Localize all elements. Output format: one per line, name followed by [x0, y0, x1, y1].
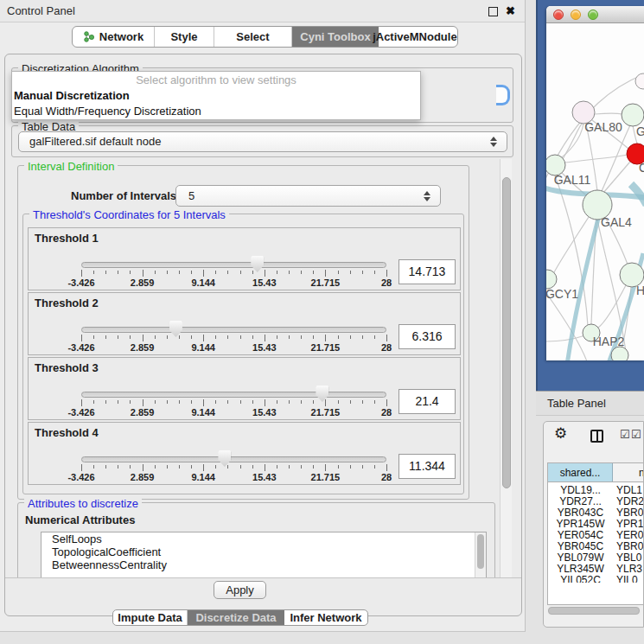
dropdown-prompt: Select algorithm to view settings [12, 72, 420, 88]
dropdown-option-equal-width-frequency[interactable]: Equal Width/Frequency Discretization [12, 104, 420, 119]
scrollbar-thumb[interactable] [477, 534, 484, 569]
threshold-label: Threshold 1 [35, 232, 99, 245]
slider-scale-label: -3.426 [67, 472, 94, 482]
cell-name[interactable]: YBR0 [613, 507, 644, 519]
threshold-slider-track[interactable] [81, 456, 386, 462]
slider-scale-label: 21.715 [311, 472, 341, 482]
threshold-panel: Threshold 4 -3.4262.8599.14415.4321.7152… [28, 422, 461, 485]
threshold-value-field[interactable]: 21.4 [399, 389, 456, 414]
network-canvas[interactable]: GAL80GACGAL11GAL4GCY1HHAP2 [546, 23, 644, 360]
network-node-label: GAL4 [601, 215, 632, 229]
zoom-traffic-light-icon[interactable] [588, 10, 598, 20]
attribute-item[interactable]: TopologicalCoefficient [41, 545, 486, 558]
threshold-panel: Threshold 1 -3.4262.8599.14415.4321.7152… [28, 227, 461, 290]
scrollbar-thumb[interactable] [548, 607, 640, 615]
slider-scale-label: 28 [381, 472, 392, 482]
network-node-label: GAL80 [584, 120, 622, 134]
attributes-list-scrollbar[interactable] [475, 532, 486, 577]
tab-jactivemnodules[interactable]: jActiveMNodules [379, 27, 457, 47]
slider-scale-label: 9.144 [191, 472, 215, 482]
table-horizontal-scrollbar[interactable] [547, 605, 641, 615]
settings-vertical-scrollbar[interactable] [500, 159, 512, 577]
network-node[interactable] [546, 270, 557, 289]
tab-label: Select [236, 30, 269, 43]
combobox-arrows-icon [490, 137, 497, 147]
table-data-combobox[interactable]: galFiltered.sif default node [18, 131, 507, 152]
threshold-label: Threshold 2 [35, 296, 99, 309]
control-panel-window: Control Panel ✖ Network Style [0, 0, 526, 632]
tab-style[interactable]: Style [155, 27, 214, 47]
settings-scroll-viewport: Interval Definition Number of Intervals … [11, 159, 512, 577]
network-window-titlebar[interactable] [546, 6, 644, 23]
algorithm-combobox-focus-ring[interactable] [496, 85, 510, 105]
cell-shared-name[interactable]: YIL052C [548, 575, 613, 583]
threshold-label: Threshold 4 [35, 426, 99, 439]
tab-impute-data[interactable]: Impute Data [113, 610, 188, 625]
threshold-slider-track[interactable] [81, 262, 386, 268]
attribute-item[interactable]: SelfLoops [41, 532, 486, 545]
node-attribute-table: shared... na YDL19...YDL1YDR27...YDR2YBR… [547, 462, 644, 605]
tab-label: Cyni Toolbox [300, 30, 370, 43]
slider-scale-label: -3.426 [67, 342, 94, 353]
column-header-shared-name[interactable]: shared... [548, 463, 613, 481]
minimize-traffic-light-icon[interactable] [571, 10, 581, 20]
cell-name[interactable]: YIL0 [613, 575, 644, 583]
slider-scale-label: 15.43 [252, 342, 277, 353]
spinner-arrows-icon [424, 191, 430, 201]
apply-button[interactable]: Apply [214, 581, 266, 599]
tab-label: Style [170, 30, 197, 43]
attributes-group: Attributes to discretize Numerical Attri… [17, 502, 495, 577]
slider-scale-labels: -3.4262.8599.14415.4321.71528 [81, 342, 386, 354]
cell-name[interactable]: YDL1 [613, 485, 644, 496]
cell-name[interactable]: YLR3 [613, 564, 644, 575]
tab-cyni-toolbox[interactable]: Cyni Toolbox [292, 27, 379, 47]
network-icon [83, 30, 95, 43]
dropdown-option-manual-discretization[interactable]: Manual Discretization [12, 88, 420, 104]
close-traffic-light-icon[interactable] [553, 10, 564, 20]
network-node[interactable] [622, 104, 644, 126]
checkbox-icon[interactable]: ☑ [620, 428, 630, 441]
float-window-icon[interactable] [488, 7, 498, 16]
close-icon[interactable]: ✖ [506, 3, 515, 19]
cell-name[interactable]: YBL0 [613, 552, 644, 564]
number-of-intervals-value: 5 [188, 189, 194, 202]
network-node[interactable] [635, 73, 644, 89]
cell-name[interactable]: YER0 [613, 530, 644, 541]
tab-select[interactable]: Select [214, 27, 292, 47]
cell-name[interactable]: YPR1 [613, 519, 644, 530]
tab-discretize-data[interactable]: Discretize Data [188, 610, 284, 625]
checkbox-icon[interactable]: ☑ [631, 428, 641, 441]
threshold-slider-track[interactable] [81, 392, 386, 398]
group-title: Threshold's Coordinates for 5 Intervals [29, 208, 229, 221]
slider-scale-ticks [81, 399, 386, 407]
tab-label: Infer Network [290, 611, 361, 624]
control-panel-title: Control Panel [7, 0, 75, 22]
slider-scale-labels: -3.4262.8599.14415.4321.71528 [81, 407, 386, 418]
slider-scale-label: 9.144 [191, 277, 215, 288]
network-view-window[interactable]: GAL80GACGAL11GAL4GCY1HHAP2 [546, 6, 644, 360]
cell-name[interactable]: YBR0 [613, 541, 644, 552]
slider-scale-label: 9.144 [191, 342, 215, 353]
column-header-name[interactable]: na [613, 463, 644, 481]
threshold-slider-track[interactable] [81, 327, 386, 333]
gear-icon[interactable]: ⚙ [554, 424, 567, 443]
number-of-intervals-spinner[interactable]: 5 [175, 185, 441, 207]
table-row[interactable]: YIL052CYIL0 [548, 575, 644, 583]
attributes-list[interactable]: SelfLoopsTopologicalCoefficientBetweenne… [41, 532, 487, 577]
tab-network[interactable]: Network [73, 27, 155, 47]
threshold-value-field[interactable]: 11.344 [399, 454, 456, 479]
tab-infer-network[interactable]: Infer Network [284, 610, 367, 625]
number-of-intervals-label: Number of Intervals [71, 185, 176, 207]
network-node[interactable] [611, 347, 628, 360]
network-node-label: C [639, 161, 644, 175]
threshold-value-field[interactable]: 14.713 [399, 259, 456, 284]
slider-scale-label: 2.859 [131, 472, 155, 482]
scrollbar-thumb[interactable] [502, 177, 511, 488]
cell-name[interactable]: YDR2 [613, 496, 644, 507]
attribute-item[interactable]: BetweennessCentrality [41, 558, 486, 571]
network-node-label: HAP2 [593, 335, 625, 348]
split-columns-icon[interactable] [590, 430, 603, 443]
slider-scale-label: -3.426 [67, 277, 94, 288]
threshold-value-field[interactable]: 6.316 [399, 324, 456, 349]
slider-scale-ticks [81, 335, 386, 342]
